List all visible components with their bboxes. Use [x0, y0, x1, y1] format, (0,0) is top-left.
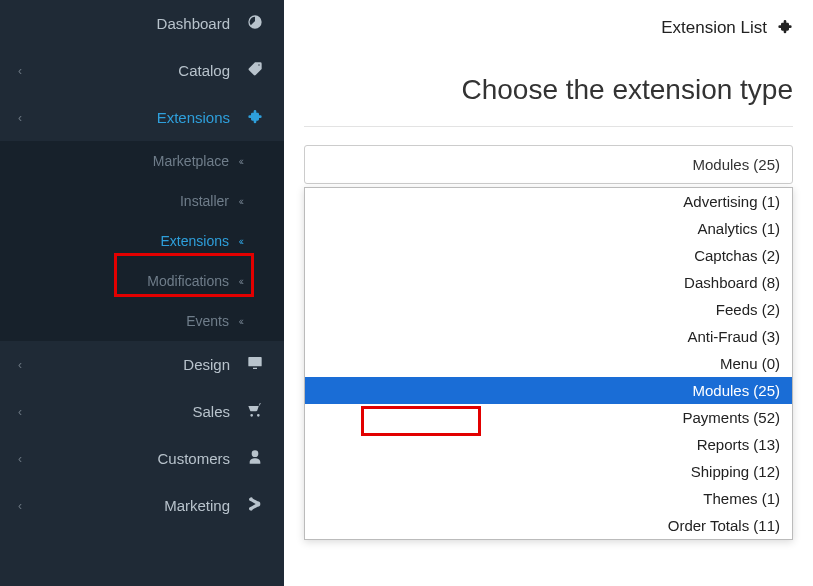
chevron-double-icon: ››	[241, 195, 244, 207]
share-icon	[244, 496, 266, 515]
panel-header: Extension List	[284, 0, 813, 38]
sidebar-sub-modifications[interactable]: ›› Modifications	[0, 261, 284, 301]
sidebar-item-label: Dashboard	[18, 15, 230, 32]
sidebar-item-label: Sales	[22, 403, 230, 420]
chevron-double-icon: ››	[241, 275, 244, 287]
dropdown-option[interactable]: Advertising (1)	[305, 188, 792, 215]
sidebar-item-label: Events	[18, 313, 229, 329]
puzzle-icon	[777, 18, 793, 38]
divider	[304, 126, 793, 127]
sidebar-item-marketing[interactable]: Marketing ›	[0, 482, 284, 529]
sidebar-sub-installer[interactable]: ›› Installer	[0, 181, 284, 221]
extension-type-dropdown[interactable]: Advertising (1)Analytics (1)Captchas (2)…	[304, 187, 793, 540]
dropdown-option[interactable]: Payments (52)	[305, 404, 792, 431]
dropdown-option[interactable]: Order Totals (11)	[305, 512, 792, 539]
panel-title: Extension List	[661, 18, 767, 38]
sidebar-item-customers[interactable]: Customers ›	[0, 435, 284, 482]
sidebar-item-label: Marketplace	[18, 153, 229, 169]
dropdown-option[interactable]: Dashboard (8)	[305, 269, 792, 296]
dropdown-option[interactable]: Anti-Fraud (3)	[305, 323, 792, 350]
sidebar-item-dashboard[interactable]: Dashboard	[0, 0, 284, 47]
cart-icon	[244, 402, 266, 421]
dashboard-icon	[244, 14, 266, 33]
monitor-icon	[244, 355, 266, 374]
dropdown-option[interactable]: Analytics (1)	[305, 215, 792, 242]
sidebar-item-design[interactable]: Design ›	[0, 341, 284, 388]
puzzle-icon	[244, 108, 266, 127]
tag-icon	[244, 61, 266, 80]
sidebar-sub-events[interactable]: ›› Events	[0, 301, 284, 341]
sidebar-sub-marketplace[interactable]: ›› Marketplace	[0, 141, 284, 181]
dropdown-option[interactable]: Modules (25)	[305, 377, 792, 404]
chevron-double-icon: ››	[241, 315, 244, 327]
sidebar-sub-extensions[interactable]: ›› Extensions	[0, 221, 284, 261]
extension-type-select[interactable]: Modules (25)	[304, 145, 793, 184]
sidebar-item-label: Catalog	[22, 62, 230, 79]
sidebar-item-label: Installer	[18, 193, 229, 209]
sidebar-item-extensions[interactable]: Extensions ›	[0, 94, 284, 141]
dropdown-option[interactable]: Feeds (2)	[305, 296, 792, 323]
dropdown-option[interactable]: Themes (1)	[305, 485, 792, 512]
user-icon	[244, 449, 266, 468]
sidebar-item-label: Marketing	[22, 497, 230, 514]
section-title: Choose the extension type	[284, 38, 813, 116]
main-content: Extension List Choose the extension type…	[284, 0, 813, 586]
chevron-double-icon: ››	[241, 155, 244, 167]
chevron-double-icon: ››	[241, 235, 244, 247]
sidebar-item-catalog[interactable]: Catalog ›	[0, 47, 284, 94]
dropdown-option[interactable]: Menu (0)	[305, 350, 792, 377]
sidebar-item-label: Extensions	[22, 109, 230, 126]
sidebar-item-label: Extensions	[18, 233, 229, 249]
sidebar-item-label: Modifications	[18, 273, 229, 289]
dropdown-option[interactable]: Captchas (2)	[305, 242, 792, 269]
sidebar-item-label: Customers	[22, 450, 230, 467]
dropdown-option[interactable]: Shipping (12)	[305, 458, 792, 485]
sidebar-item-label: Design	[22, 356, 230, 373]
sidebar: Dashboard Catalog › Extensions › ›› Mark…	[0, 0, 284, 586]
sidebar-item-sales[interactable]: Sales ›	[0, 388, 284, 435]
dropdown-option[interactable]: Reports (13)	[305, 431, 792, 458]
